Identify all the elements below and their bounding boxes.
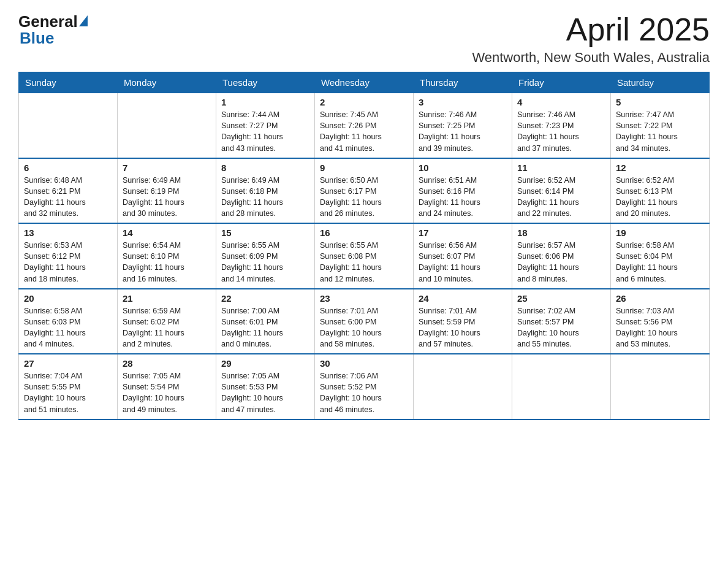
- calendar-body: 1Sunrise: 7:44 AMSunset: 7:27 PMDaylight…: [19, 93, 710, 419]
- day-number: 4: [517, 97, 605, 107]
- calendar-cell: 20Sunrise: 6:58 AMSunset: 6:03 PMDayligh…: [19, 289, 118, 354]
- day-number: 3: [419, 97, 507, 107]
- week-row-5: 27Sunrise: 7:04 AMSunset: 5:55 PMDayligh…: [19, 354, 710, 419]
- day-number: 23: [320, 293, 408, 304]
- day-number: 29: [221, 358, 309, 369]
- calendar-cell: 30Sunrise: 7:06 AMSunset: 5:52 PMDayligh…: [315, 354, 414, 419]
- calendar-cell: 28Sunrise: 7:05 AMSunset: 5:54 PMDayligh…: [118, 354, 216, 419]
- day-info: Sunrise: 7:01 AMSunset: 5:59 PMDaylight:…: [419, 305, 507, 350]
- calendar-cell: 24Sunrise: 7:01 AMSunset: 5:59 PMDayligh…: [414, 289, 512, 354]
- day-info: Sunrise: 6:58 AMSunset: 6:03 PMDaylight:…: [24, 305, 112, 350]
- calendar-cell: [512, 354, 611, 419]
- calendar-table: SundayMondayTuesdayWednesdayThursdayFrid…: [18, 72, 710, 420]
- week-row-1: 1Sunrise: 7:44 AMSunset: 7:27 PMDaylight…: [19, 93, 710, 158]
- calendar-cell: 22Sunrise: 7:00 AMSunset: 6:01 PMDayligh…: [216, 289, 315, 354]
- day-number: 21: [123, 293, 211, 304]
- day-info: Sunrise: 7:46 AMSunset: 7:25 PMDaylight:…: [419, 109, 507, 154]
- day-number: 5: [616, 97, 704, 107]
- day-info: Sunrise: 6:52 AMSunset: 6:13 PMDaylight:…: [616, 175, 704, 220]
- day-info: Sunrise: 7:45 AMSunset: 7:26 PMDaylight:…: [320, 109, 408, 154]
- calendar-cell: 16Sunrise: 6:55 AMSunset: 6:08 PMDayligh…: [315, 223, 414, 289]
- days-of-week-row: SundayMondayTuesdayWednesdayThursdayFrid…: [19, 72, 710, 93]
- day-info: Sunrise: 7:47 AMSunset: 7:22 PMDaylight:…: [616, 109, 704, 154]
- calendar-cell: 14Sunrise: 6:54 AMSunset: 6:10 PMDayligh…: [118, 223, 216, 289]
- day-of-week-friday: Friday: [512, 72, 611, 93]
- calendar-cell: 18Sunrise: 6:57 AMSunset: 6:06 PMDayligh…: [512, 223, 611, 289]
- day-number: 17: [419, 228, 507, 238]
- day-info: Sunrise: 7:05 AMSunset: 5:53 PMDaylight:…: [221, 370, 309, 415]
- title-area: April 2025 Wentworth, New South Wales, A…: [472, 12, 710, 66]
- calendar-cell: 9Sunrise: 6:50 AMSunset: 6:17 PMDaylight…: [315, 158, 414, 224]
- day-number: 20: [24, 293, 112, 304]
- day-number: 28: [123, 358, 211, 369]
- day-number: 27: [24, 358, 112, 369]
- calendar-cell: 29Sunrise: 7:05 AMSunset: 5:53 PMDayligh…: [216, 354, 315, 419]
- day-of-week-monday: Monday: [118, 72, 216, 93]
- day-info: Sunrise: 6:59 AMSunset: 6:02 PMDaylight:…: [123, 305, 211, 350]
- day-of-week-tuesday: Tuesday: [216, 72, 315, 93]
- day-number: 16: [320, 228, 408, 238]
- day-number: 14: [123, 228, 211, 238]
- week-row-3: 13Sunrise: 6:53 AMSunset: 6:12 PMDayligh…: [19, 223, 710, 289]
- calendar-cell: 23Sunrise: 7:01 AMSunset: 6:00 PMDayligh…: [315, 289, 414, 354]
- day-number: 10: [419, 163, 507, 173]
- calendar-cell: 17Sunrise: 6:56 AMSunset: 6:07 PMDayligh…: [414, 223, 512, 289]
- day-of-week-sunday: Sunday: [19, 72, 118, 93]
- week-row-4: 20Sunrise: 6:58 AMSunset: 6:03 PMDayligh…: [19, 289, 710, 354]
- day-info: Sunrise: 7:05 AMSunset: 5:54 PMDaylight:…: [123, 370, 211, 415]
- day-info: Sunrise: 7:44 AMSunset: 7:27 PMDaylight:…: [221, 109, 309, 154]
- calendar-cell: 11Sunrise: 6:52 AMSunset: 6:14 PMDayligh…: [512, 158, 611, 224]
- day-info: Sunrise: 6:55 AMSunset: 6:08 PMDaylight:…: [320, 240, 408, 285]
- calendar-cell: 8Sunrise: 6:49 AMSunset: 6:18 PMDaylight…: [216, 158, 315, 224]
- logo-triangle-icon: [79, 15, 88, 26]
- day-info: Sunrise: 7:04 AMSunset: 5:55 PMDaylight:…: [24, 370, 112, 415]
- day-info: Sunrise: 6:53 AMSunset: 6:12 PMDaylight:…: [24, 240, 112, 285]
- day-info: Sunrise: 6:55 AMSunset: 6:09 PMDaylight:…: [221, 240, 309, 285]
- calendar-cell: [414, 354, 512, 419]
- day-of-week-wednesday: Wednesday: [315, 72, 414, 93]
- day-number: 25: [517, 293, 605, 304]
- day-number: 30: [320, 358, 408, 369]
- day-info: Sunrise: 6:57 AMSunset: 6:06 PMDaylight:…: [517, 240, 605, 285]
- calendar-cell: [118, 93, 216, 158]
- day-info: Sunrise: 6:50 AMSunset: 6:17 PMDaylight:…: [320, 175, 408, 220]
- header: General Blue April 2025 Wentworth, New S…: [18, 12, 710, 66]
- logo-blue-text: Blue: [18, 29, 54, 48]
- month-title: April 2025: [472, 12, 710, 47]
- day-number: 19: [616, 228, 704, 238]
- day-number: 7: [123, 163, 211, 173]
- day-of-week-thursday: Thursday: [414, 72, 512, 93]
- day-number: 1: [221, 97, 309, 107]
- calendar-cell: 13Sunrise: 6:53 AMSunset: 6:12 PMDayligh…: [19, 223, 118, 289]
- day-number: 11: [517, 163, 605, 173]
- day-number: 9: [320, 163, 408, 173]
- day-info: Sunrise: 6:48 AMSunset: 6:21 PMDaylight:…: [24, 175, 112, 220]
- calendar-cell: 26Sunrise: 7:03 AMSunset: 5:56 PMDayligh…: [611, 289, 710, 354]
- day-info: Sunrise: 6:56 AMSunset: 6:07 PMDaylight:…: [419, 240, 507, 285]
- calendar-cell: 5Sunrise: 7:47 AMSunset: 7:22 PMDaylight…: [611, 93, 710, 158]
- calendar-cell: 25Sunrise: 7:02 AMSunset: 5:57 PMDayligh…: [512, 289, 611, 354]
- day-of-week-saturday: Saturday: [611, 72, 710, 93]
- location-title: Wentworth, New South Wales, Australia: [472, 50, 710, 66]
- day-info: Sunrise: 6:49 AMSunset: 6:18 PMDaylight:…: [221, 175, 309, 220]
- calendar-cell: 4Sunrise: 7:46 AMSunset: 7:23 PMDaylight…: [512, 93, 611, 158]
- calendar-cell: 19Sunrise: 6:58 AMSunset: 6:04 PMDayligh…: [611, 223, 710, 289]
- day-info: Sunrise: 7:06 AMSunset: 5:52 PMDaylight:…: [320, 370, 408, 415]
- day-number: 8: [221, 163, 309, 173]
- day-number: 18: [517, 228, 605, 238]
- day-number: 6: [24, 163, 112, 173]
- calendar-cell: 6Sunrise: 6:48 AMSunset: 6:21 PMDaylight…: [19, 158, 118, 224]
- calendar-cell: [19, 93, 118, 158]
- day-info: Sunrise: 7:01 AMSunset: 6:00 PMDaylight:…: [320, 305, 408, 350]
- calendar-cell: 27Sunrise: 7:04 AMSunset: 5:55 PMDayligh…: [19, 354, 118, 419]
- calendar-cell: 3Sunrise: 7:46 AMSunset: 7:25 PMDaylight…: [414, 93, 512, 158]
- day-info: Sunrise: 6:49 AMSunset: 6:19 PMDaylight:…: [123, 175, 211, 220]
- day-number: 2: [320, 97, 408, 107]
- day-info: Sunrise: 7:00 AMSunset: 6:01 PMDaylight:…: [221, 305, 309, 350]
- calendar-cell: 2Sunrise: 7:45 AMSunset: 7:26 PMDaylight…: [315, 93, 414, 158]
- day-info: Sunrise: 6:54 AMSunset: 6:10 PMDaylight:…: [123, 240, 211, 285]
- calendar-cell: 7Sunrise: 6:49 AMSunset: 6:19 PMDaylight…: [118, 158, 216, 224]
- calendar-cell: 15Sunrise: 6:55 AMSunset: 6:09 PMDayligh…: [216, 223, 315, 289]
- day-number: 26: [616, 293, 704, 304]
- day-info: Sunrise: 6:51 AMSunset: 6:16 PMDaylight:…: [419, 175, 507, 220]
